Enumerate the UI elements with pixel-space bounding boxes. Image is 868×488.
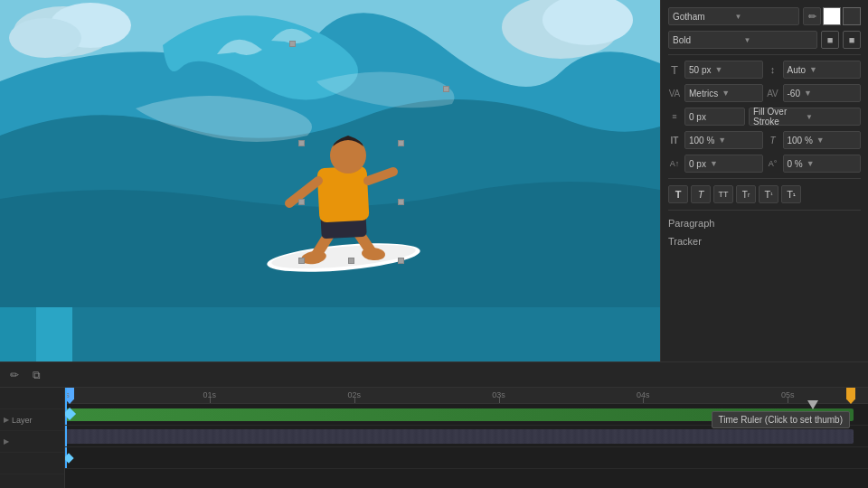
ruler-tooltip: Time Ruler (Click to set thumb) xyxy=(712,411,850,428)
track-3 xyxy=(65,447,868,469)
tick-5 xyxy=(788,398,788,403)
size-icon: T xyxy=(668,63,681,77)
tick-3 xyxy=(499,398,500,403)
handle-extra1[interactable] xyxy=(443,86,449,92)
leading-field[interactable]: Auto ▼ xyxy=(783,61,862,79)
smallcaps-style-btn[interactable]: Tr xyxy=(736,185,756,203)
handle-bl[interactable] xyxy=(298,258,305,264)
font-name-arrow: ▼ xyxy=(735,13,796,21)
faux-italic-btn[interactable]: ■ xyxy=(843,31,861,49)
font-style-row: Bold ▼ ■ ■ xyxy=(668,29,861,51)
divider1 xyxy=(668,54,861,55)
color-swatch-white[interactable] xyxy=(823,7,841,25)
indent-field[interactable]: 0 px xyxy=(684,108,745,126)
vert-scale-icon: IT xyxy=(668,136,681,145)
text-style-row: T T TT Tr T¹ T₁ xyxy=(668,183,861,206)
tracking-arrow: ▼ xyxy=(722,89,730,98)
leading-arrow: ▼ xyxy=(809,65,817,74)
tick-1 xyxy=(210,398,211,403)
tl-expand2[interactable]: ▶ xyxy=(4,437,9,446)
font-name-dropdown[interactable]: Gotham ▼ xyxy=(668,7,799,25)
allcaps-style-btn[interactable]: TT xyxy=(713,185,733,203)
tl-label-row-4 xyxy=(0,453,64,474)
tsf-field[interactable]: 0 % ▼ xyxy=(783,155,862,173)
pen-icon-area: ✏ xyxy=(803,7,861,25)
scale-row: IT 100 % ▼ T 100 % ▼ xyxy=(668,129,861,151)
baseline-icon: A↑ xyxy=(668,159,681,168)
tl-layer1-label: Layer xyxy=(12,416,33,425)
handle-extra2[interactable] xyxy=(289,41,296,47)
font-style-arrow: ▼ xyxy=(744,36,814,44)
canvas-content xyxy=(0,0,660,361)
super-style-btn[interactable]: T¹ xyxy=(759,185,778,203)
font-size-field[interactable]: 50 px ▼ xyxy=(684,61,763,79)
svg-rect-13 xyxy=(316,166,369,223)
timeline-content: ▶ Layer ▶ 0s 01s 02s xyxy=(0,388,868,488)
handle-br[interactable] xyxy=(398,258,404,264)
track-2 xyxy=(65,426,868,447)
svg-point-5 xyxy=(9,18,81,58)
tl-label-row-3: ▶ xyxy=(0,431,64,453)
indent-icon: ≡ xyxy=(668,112,681,121)
sub-style-btn[interactable]: T₁ xyxy=(781,185,801,203)
tl-layers-btn[interactable]: ⧉ xyxy=(27,366,45,384)
divider3 xyxy=(668,210,861,211)
handle-ml[interactable] xyxy=(298,199,305,205)
tl-label-row-1 xyxy=(0,388,64,409)
tick-4 xyxy=(643,398,644,403)
vert-scale-field[interactable]: 100 % ▼ xyxy=(684,131,763,149)
playhead-track2 xyxy=(65,426,67,446)
font-name-row: Gotham ▼ ✏ xyxy=(668,5,861,27)
color-swatch-black[interactable] xyxy=(843,7,861,25)
va-label: VA xyxy=(668,89,681,99)
tracking-field[interactable]: Metrics ▼ xyxy=(684,84,763,102)
indent-stroke-row: ≡ 0 px Fill Over Stroke ▼ xyxy=(668,106,861,127)
baseline-arrow: ▼ xyxy=(710,159,718,168)
kerning-arrow: ▼ xyxy=(804,89,812,98)
handle-tl[interactable] xyxy=(298,140,305,146)
tsf-arrow: ▼ xyxy=(807,159,815,168)
h-scale-arrow: ▼ xyxy=(816,136,825,145)
divider2 xyxy=(668,178,861,179)
viewport[interactable]: 0:00:00:00 📷 ⟲ Full ▼ ⊞ ⊟ Active Camera … xyxy=(0,0,660,361)
time-ruler[interactable]: 0s 01s 02s 03s 04s 05s Time Ruler (Cli xyxy=(65,388,868,404)
main-area: 0:00:00:00 📷 ⟲ Full ▼ ⊞ ⊟ Active Camera … xyxy=(0,0,868,361)
end-marker[interactable] xyxy=(846,388,855,404)
paragraph-label[interactable]: Paragraph xyxy=(668,214,861,230)
v-scale-arrow: ▼ xyxy=(718,136,726,145)
faux-bold-btn[interactable]: ■ xyxy=(821,31,839,49)
pen-icon[interactable]: ✏ xyxy=(803,7,821,25)
handle-mr[interactable] xyxy=(398,199,404,205)
horiz-scale-icon: T xyxy=(767,136,779,145)
size-arrow: ▼ xyxy=(714,65,722,74)
stroke-dropdown[interactable]: Fill Over Stroke ▼ xyxy=(749,108,861,126)
timeline: ✏ ⧉ ▶ Layer ▶ xyxy=(0,361,868,488)
handle-tr[interactable] xyxy=(398,140,404,146)
keyframe-2[interactable] xyxy=(65,453,74,463)
wave-svg-container xyxy=(0,0,660,361)
kerning-field[interactable]: -60 ▼ xyxy=(783,84,862,102)
track-bar-2 xyxy=(65,429,854,444)
timeline-tracks: 0s 01s 02s 03s 04s 05s Time Ruler (Cli xyxy=(65,388,868,488)
tl-label-row-2: ▶ Layer xyxy=(0,409,64,431)
playhead-ruler xyxy=(65,388,67,404)
tsf-icon: A° xyxy=(767,159,779,168)
italic-style-btn[interactable]: T xyxy=(691,185,711,203)
stroke-arrow: ▼ xyxy=(806,113,856,121)
baseline-tsf-row: A↑ 0 px ▼ A° 0 % ▼ xyxy=(668,153,861,174)
font-style-dropdown[interactable]: Bold ▼ xyxy=(668,31,817,49)
baseline-field[interactable]: 0 px ▼ xyxy=(684,155,763,173)
cursor-area xyxy=(800,388,818,488)
handle-bm[interactable] xyxy=(348,258,354,264)
tl-pen-btn[interactable]: ✏ xyxy=(5,366,24,384)
app-container: 0:00:00:00 📷 ⟲ Full ▼ ⊞ ⊟ Active Camera … xyxy=(0,0,868,488)
av-label: AV xyxy=(767,89,779,99)
character-panel: Gotham ▼ ✏ Bold ▼ ■ ■ xyxy=(660,0,868,361)
tl-expand1[interactable]: ▶ xyxy=(4,416,9,424)
timeline-toolbar: ✏ ⧉ xyxy=(0,362,868,388)
tracker-label[interactable]: Tracker xyxy=(668,232,861,249)
horiz-scale-field[interactable]: 100 % ▼ xyxy=(783,131,862,149)
bold-style-btn[interactable]: T xyxy=(668,185,688,203)
timeline-labels: ▶ Layer ▶ xyxy=(0,388,65,488)
cursor-icon xyxy=(807,400,818,409)
